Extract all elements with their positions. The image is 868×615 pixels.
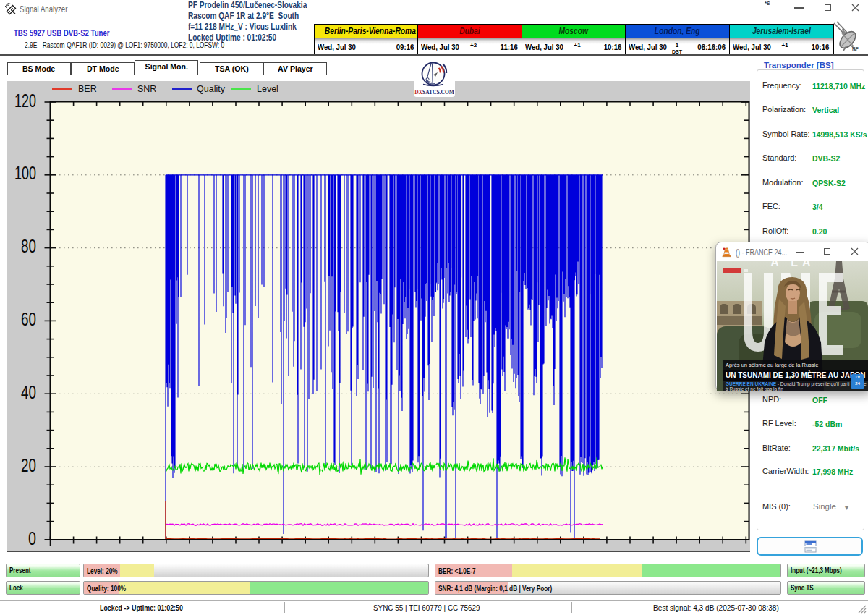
svg-text:0: 0 (28, 528, 36, 548)
svg-text:120: 120 (14, 90, 36, 111)
svg-text:20: 20 (21, 455, 36, 475)
svg-text:60: 60 (21, 309, 36, 329)
svg-text:80: 80 (21, 236, 36, 256)
svg-text:RF: RF (852, 46, 859, 51)
svg-text:40: 40 (21, 382, 36, 402)
svg-text:100: 100 (14, 163, 36, 183)
